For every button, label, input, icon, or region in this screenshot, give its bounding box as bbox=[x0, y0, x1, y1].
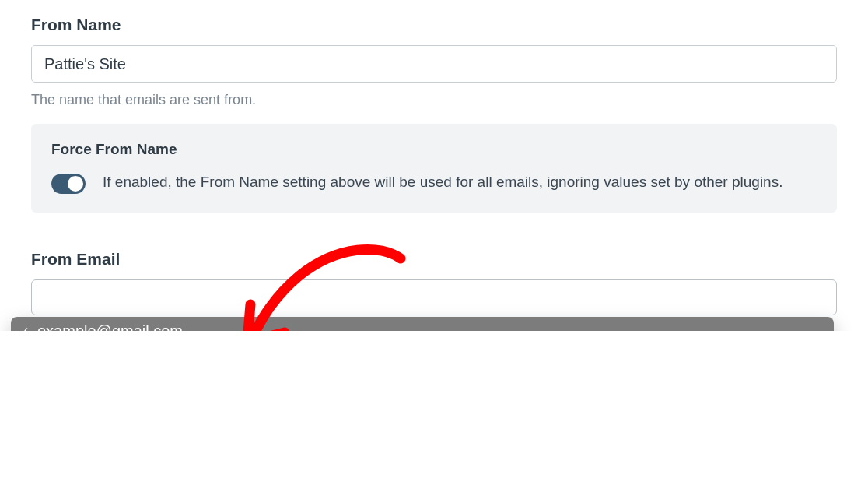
dropdown-option-1[interactable]: ✓ example@gmail.com bbox=[11, 317, 834, 331]
check-icon: ✓ bbox=[20, 325, 31, 331]
from-name-label: From Name bbox=[31, 16, 837, 34]
from-email-label: From Email bbox=[31, 250, 837, 269]
from-name-section: From Name The name that emails are sent … bbox=[31, 16, 837, 213]
from-name-input[interactable] bbox=[31, 45, 837, 83]
force-from-name-toggle[interactable] bbox=[51, 174, 86, 194]
from-email-select[interactable] bbox=[31, 279, 837, 315]
force-from-name-panel: Force From Name If enabled, the From Nam… bbox=[31, 124, 837, 213]
toggle-knob bbox=[68, 176, 83, 192]
from-email-dropdown: ✓ example@gmail.com example2@gmail.com bbox=[11, 317, 834, 331]
from-email-section: From Email ✓ example@gmail.com example2@… bbox=[31, 250, 837, 315]
force-from-name-title: Force From Name bbox=[51, 141, 817, 158]
force-from-name-description: If enabled, the From Name setting above … bbox=[103, 170, 782, 193]
from-name-help: The name that emails are sent from. bbox=[31, 92, 837, 108]
dropdown-option-label: example@gmail.com bbox=[37, 322, 183, 332]
